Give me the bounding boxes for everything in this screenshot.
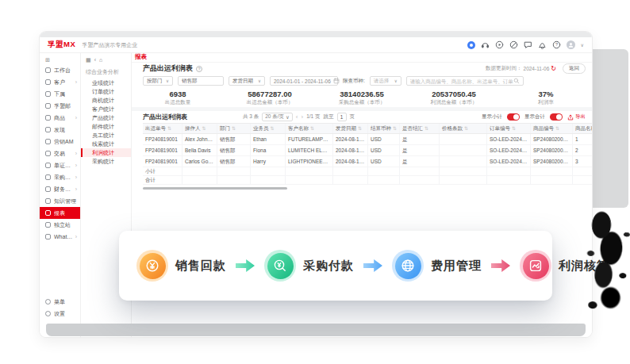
sort-icon[interactable]: ⇅: [202, 124, 206, 133]
next-page-icon[interactable]: ›: [302, 114, 304, 121]
user-avatar[interactable]: [567, 40, 575, 49]
column-header[interactable]: 业务员⇅: [251, 124, 286, 133]
caret-down-icon: ∨: [163, 79, 169, 83]
column-header[interactable]: 价格条款⇅: [440, 124, 487, 133]
flow-step-label: 采购付款: [303, 259, 354, 274]
column-header[interactable]: 客户名称⇅: [286, 124, 333, 133]
header-actions: ? ∨: [467, 40, 584, 49]
stat-card: 20537050.45 利润总金额（本币）: [408, 90, 500, 105]
title-row: 产品出运利润表 ? 数据更新时间： 2024-11-06 ↻ 返回: [132, 63, 592, 75]
column-header[interactable]: 出运单号⇅: [143, 124, 182, 133]
prev-page-icon[interactable]: ‹: [296, 114, 298, 121]
submenu-item[interactable]: 员工统计: [81, 131, 131, 140]
submenu-item[interactable]: 邮件统计: [81, 122, 131, 131]
submenu-item[interactable]: 客户统计: [81, 105, 131, 113]
sidebar-item[interactable]: 孚盟邮: [40, 100, 80, 112]
search-input-field[interactable]: [410, 79, 513, 84]
table-row[interactable]: FP240819001 Alex Johnson 销售部 Ethan FUTUR…: [143, 134, 592, 145]
column-header[interactable]: 商品名称⇅: [573, 124, 592, 133]
page-size-select[interactable]: 20 条/页∨: [262, 113, 293, 121]
show-total-toggle[interactable]: [550, 113, 563, 121]
submenu-item[interactable]: 产品统计: [81, 113, 131, 122]
calendar-icon: [331, 78, 340, 85]
sidebar-item[interactable]: 客户 ›: [40, 76, 80, 88]
submenu-item[interactable]: 线索统计: [81, 140, 131, 148]
table-row[interactable]: FP240819001 Bella Davis 销售部 Fiona LUMITE…: [143, 145, 592, 156]
export-button[interactable]: 导出: [567, 113, 586, 121]
date-type-select[interactable]: 发货日期∨: [229, 76, 265, 86]
column-header[interactable]: 商品编号⇅: [531, 124, 573, 133]
phone-icon[interactable]: [509, 40, 518, 49]
video-icon[interactable]: [495, 40, 504, 49]
sort-icon[interactable]: ⇅: [424, 124, 428, 133]
horizontal-scrollbar[interactable]: [143, 187, 287, 190]
jump-page-input[interactable]: [337, 113, 347, 121]
search-input[interactable]: [406, 76, 524, 86]
column-header[interactable]: 发货日期⇅: [333, 124, 368, 133]
sort-icon[interactable]: ⇅: [232, 124, 236, 133]
refresh-icon[interactable]: ↻: [551, 66, 556, 72]
table-row[interactable]: FP240819001 Carlos Gomez 销售部 Harry LIGHT…: [143, 156, 592, 167]
tab-reports[interactable]: 报表: [135, 53, 147, 61]
sort-icon[interactable]: ⇅: [555, 124, 559, 133]
help-icon[interactable]: ?: [552, 40, 561, 49]
submenu-item[interactable]: 采购统计: [81, 157, 131, 166]
chevron-down-icon[interactable]: ∨: [581, 42, 584, 48]
sidebar-item[interactable]: 发现: [40, 124, 80, 136]
sidebar-item-icon: [45, 115, 51, 121]
sidebar-bottom-item[interactable]: 菜单: [40, 296, 80, 308]
submenu-item[interactable]: 商机统计: [81, 96, 131, 105]
sort-icon[interactable]: ⇅: [464, 124, 468, 133]
grid-icon[interactable]: ▦: [86, 57, 91, 63]
subtotal-label: 小计: [143, 167, 182, 176]
column-header[interactable]: 是否结汇⇅: [400, 124, 440, 133]
sort-icon[interactable]: ⇅: [310, 124, 314, 133]
sort-icon[interactable]: ⇅: [512, 124, 516, 133]
workflow-banner: 销售回款 采购付款 费用管理 利润核算: [119, 231, 552, 301]
sidebar-item[interactable]: 报表: [40, 207, 80, 219]
sort-icon[interactable]: ⇅: [393, 124, 397, 133]
submenu-item[interactable]: 订单统计: [81, 87, 131, 96]
sidebar-item[interactable]: 交易 ›: [40, 148, 80, 159]
sidebar-item[interactable]: 下属: [40, 88, 80, 100]
theme-dot-icon[interactable]: [467, 41, 475, 49]
chevron-right-icon: ›: [75, 115, 77, 121]
sidebar-nav: 工作台 客户 › 下属 孚盟邮: [40, 64, 80, 243]
sidebar-collapse-icon[interactable]: ⊞: [40, 56, 80, 64]
collapse-left-icon[interactable]: ‹: [94, 57, 96, 63]
column-header[interactable]: 结算币种⇅: [368, 124, 400, 133]
currency-select[interactable]: 请选择∨: [370, 76, 401, 86]
sidebar-item[interactable]: 工作台: [40, 64, 80, 76]
dept-input-field[interactable]: [182, 79, 220, 84]
submenu-item[interactable]: 利润统计: [81, 148, 131, 157]
sidebar-item[interactable]: 营销AM: [40, 136, 80, 148]
sort-icon[interactable]: ⇅: [167, 124, 171, 133]
sidebar-item[interactable]: WhatsAp... ›: [40, 231, 80, 243]
column-header[interactable]: 部门⇅: [217, 124, 251, 133]
home-icon[interactable]: ⌂: [99, 57, 102, 63]
submenu-item[interactable]: 业绩统计: [81, 79, 131, 87]
date-range-picker[interactable]: 2024-01-01 - 2024-11-06: [270, 76, 338, 86]
question-circle-icon[interactable]: ?: [196, 66, 202, 72]
sidebar-item[interactable]: 知识管理: [40, 195, 80, 207]
dept-input[interactable]: [178, 76, 224, 86]
sidebar-item[interactable]: 财务管理 ›: [40, 183, 80, 195]
sidebar-item[interactable]: 商品 ›: [40, 112, 80, 124]
bell-icon[interactable]: [538, 40, 547, 49]
sort-icon[interactable]: ⇅: [271, 124, 275, 133]
column-header[interactable]: 操作人⇅: [182, 124, 217, 133]
dept-type-select[interactable]: 按部门∨: [143, 76, 173, 86]
sidebar-item[interactable]: 单证服务 ›: [40, 159, 80, 171]
chat-icon[interactable]: [524, 40, 532, 49]
total-label: 合计: [143, 176, 182, 185]
show-subtotal-toggle[interactable]: [507, 113, 520, 121]
globe-icon: [395, 253, 421, 279]
sidebar-bottom-item[interactable]: 设置: [40, 308, 80, 320]
sort-icon[interactable]: ⇅: [358, 124, 362, 133]
back-button[interactable]: 返回: [563, 63, 586, 74]
headset-icon[interactable]: [481, 40, 490, 49]
column-header[interactable]: 订单编号⇅: [487, 124, 531, 133]
sidebar-item[interactable]: 采购管理 ›: [40, 171, 80, 183]
search-icon[interactable]: [513, 78, 520, 85]
sidebar-item[interactable]: 独立站: [40, 219, 80, 231]
